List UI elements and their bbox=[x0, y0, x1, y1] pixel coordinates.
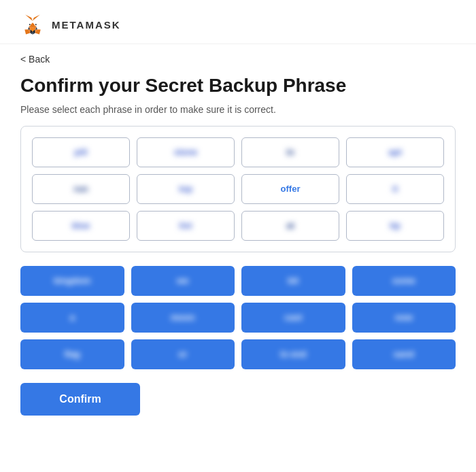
page-subtitle: Please select each phrase in order to ma… bbox=[0, 104, 476, 126]
word-button-4-label: some bbox=[392, 275, 415, 286]
word-button-9-label: flag bbox=[65, 349, 80, 359]
word-button-12-label: sand bbox=[394, 349, 414, 359]
phrase-slot-6-word: top bbox=[179, 184, 192, 194]
phrase-slot-9[interactable]: blue bbox=[32, 211, 130, 241]
phrase-slot-1-word: pill bbox=[75, 147, 88, 157]
word-buttons-area: kingdom we bit some a moon cast now flag… bbox=[20, 266, 456, 369]
phrase-slot-1[interactable]: pill bbox=[32, 137, 130, 167]
word-button-8-label: now bbox=[395, 312, 413, 322]
word-button-6-label: moon bbox=[171, 312, 194, 322]
phrase-slot-4-word: apt bbox=[388, 147, 402, 157]
phrase-slot-grid: pill stone in apt run top offer it blue … bbox=[32, 137, 444, 241]
word-button-2-label: we bbox=[177, 275, 188, 286]
word-button-10[interactable]: or bbox=[131, 339, 235, 369]
word-button-5[interactable]: a bbox=[20, 303, 124, 333]
phrase-slot-7[interactable]: offer bbox=[241, 174, 339, 204]
word-button-6[interactable]: moon bbox=[131, 303, 235, 333]
phrase-slot-11[interactable]: at bbox=[241, 211, 339, 241]
phrase-slot-12-word: tip bbox=[390, 220, 401, 231]
word-button-2[interactable]: we bbox=[131, 266, 235, 296]
word-button-10-label: or bbox=[178, 349, 187, 359]
phrase-slot-4[interactable]: apt bbox=[346, 137, 444, 167]
confirm-button[interactable]: Confirm bbox=[20, 383, 140, 416]
phrase-slot-7-word: offer bbox=[281, 184, 301, 194]
word-button-1-label: kingdom bbox=[54, 275, 90, 286]
phrase-slot-3[interactable]: in bbox=[241, 137, 339, 167]
metamask-logo-icon bbox=[20, 12, 45, 37]
phrase-slot-3-word: in bbox=[286, 147, 294, 157]
header: METAMASK bbox=[0, 0, 476, 44]
phrase-slot-5-word: run bbox=[74, 184, 88, 194]
word-button-7-label: cast bbox=[284, 312, 302, 322]
phrase-slot-10[interactable]: list bbox=[137, 211, 235, 241]
word-button-3-label: bit bbox=[288, 275, 299, 286]
word-button-3[interactable]: bit bbox=[241, 266, 345, 296]
page-title: Confirm your Secret Backup Phrase bbox=[0, 69, 476, 104]
svg-point-28 bbox=[35, 24, 37, 25]
word-button-8[interactable]: now bbox=[352, 303, 456, 333]
word-button-4[interactable]: some bbox=[352, 266, 456, 296]
word-button-5-label: a bbox=[70, 312, 75, 322]
word-button-1[interactable]: kingdom bbox=[20, 266, 124, 296]
phrase-slot-6[interactable]: top bbox=[137, 174, 235, 204]
app-title: METAMASK bbox=[52, 19, 121, 31]
word-button-9[interactable]: flag bbox=[20, 339, 124, 369]
phrase-slot-5[interactable]: run bbox=[32, 174, 130, 204]
back-button[interactable]: < Back bbox=[0, 44, 476, 69]
phrase-drop-area: pill stone in apt run top offer it blue … bbox=[20, 126, 456, 252]
phrase-slot-2[interactable]: stone bbox=[137, 137, 235, 167]
word-button-12[interactable]: sand bbox=[352, 339, 456, 369]
word-button-7[interactable]: cast bbox=[241, 303, 345, 333]
phrase-slot-9-word: blue bbox=[72, 220, 90, 231]
phrase-slot-8-word: it bbox=[392, 184, 398, 194]
phrase-slot-10-word: list bbox=[180, 220, 192, 231]
svg-point-27 bbox=[29, 24, 31, 25]
word-button-11-label: lo end bbox=[280, 349, 306, 359]
word-button-11[interactable]: lo end bbox=[241, 339, 345, 369]
phrase-slot-11-word: at bbox=[286, 220, 294, 231]
word-buttons-grid: kingdom we bit some a moon cast now flag… bbox=[20, 266, 456, 369]
phrase-slot-12[interactable]: tip bbox=[346, 211, 444, 241]
svg-marker-0 bbox=[33, 15, 40, 21]
phrase-slot-8[interactable]: it bbox=[346, 174, 444, 204]
phrase-slot-2-word: stone bbox=[174, 147, 198, 157]
svg-marker-1 bbox=[25, 15, 33, 21]
